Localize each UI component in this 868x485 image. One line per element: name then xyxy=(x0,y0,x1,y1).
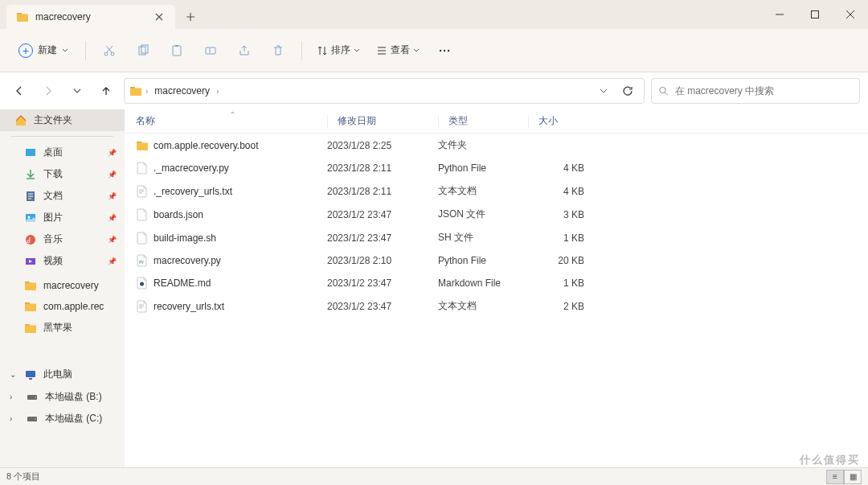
details-view-button[interactable]: ≡ xyxy=(826,470,844,484)
more-button[interactable] xyxy=(429,38,460,64)
separator xyxy=(301,41,302,60)
breadcrumb-segment[interactable]: macrecovery xyxy=(151,84,213,98)
sidebar-label: 视频 xyxy=(43,254,63,268)
titlebar: macrecovery xyxy=(0,0,868,29)
file-row[interactable]: boards.json2023/1/2 23:47JSON 文件3 KB xyxy=(125,203,868,226)
refresh-button[interactable] xyxy=(616,80,639,102)
sidebar-item[interactable]: com.apple.rec xyxy=(0,296,125,317)
sidebar-item[interactable]: macrecovery xyxy=(0,275,125,296)
file-row[interactable]: ._macrecovery.py2023/1/28 2:11Python Fil… xyxy=(125,157,868,179)
file-type: 文本文档 xyxy=(438,299,528,313)
sidebar-label: 主文件夹 xyxy=(34,113,72,127)
sort-icon xyxy=(317,45,328,56)
sidebar-label: 桌面 xyxy=(43,146,63,159)
sidebar-label: 本地磁盘 (B:) xyxy=(45,390,102,404)
file-type: SH 文件 xyxy=(438,231,528,245)
back-button[interactable] xyxy=(8,80,31,102)
sidebar-drive[interactable]: ›本地磁盘 (C:) xyxy=(0,408,125,430)
desktop-icon xyxy=(24,146,37,159)
sort-button[interactable]: 排序 xyxy=(310,40,366,60)
watermark: 什么值得买 xyxy=(800,453,860,467)
sidebar-item[interactable]: 黑苹果 xyxy=(0,317,125,339)
sidebar-item[interactable]: 桌面📌 xyxy=(0,142,125,163)
md-icon xyxy=(136,277,149,290)
file-row[interactable]: README.md2023/1/2 23:47Markdown File1 KB xyxy=(125,272,868,294)
chevron-right-icon: › xyxy=(145,87,148,96)
paste-button[interactable] xyxy=(162,38,192,64)
folder-icon xyxy=(24,279,37,292)
share-button[interactable] xyxy=(229,38,260,64)
file-row[interactable]: build-image.sh2023/1/2 23:47SH 文件1 KB xyxy=(125,226,868,249)
sidebar-item[interactable]: 视频📌 xyxy=(0,250,125,272)
file-name: boards.json xyxy=(154,209,203,220)
file-icon xyxy=(136,232,149,245)
forward-button[interactable] xyxy=(37,80,59,102)
recent-button[interactable] xyxy=(66,80,88,102)
up-button[interactable] xyxy=(95,80,117,102)
file-size: 20 KB xyxy=(528,255,584,266)
chevron-down-icon xyxy=(354,47,360,54)
pin-icon: 📌 xyxy=(108,214,117,222)
sort-indicator-icon: ⌃ xyxy=(230,111,235,118)
file-icon xyxy=(136,162,149,175)
chevron-right-icon: › xyxy=(216,87,219,96)
search-input[interactable] xyxy=(675,85,853,97)
file-type: 文本文档 xyxy=(438,184,528,198)
file-size: 2 KB xyxy=(528,301,584,312)
tab-title: macrecovery xyxy=(35,11,146,23)
delete-button[interactable] xyxy=(263,38,293,64)
new-label: 新建 xyxy=(38,43,57,57)
view-button[interactable]: 查看 xyxy=(370,40,426,60)
file-row[interactable]: ._recovery_urls.txt2023/1/28 2:11文本文档4 K… xyxy=(125,179,868,203)
toolbar: + 新建 排序 查看 xyxy=(0,29,868,72)
sidebar-item[interactable]: 图片📌 xyxy=(0,207,125,228)
file-size: 1 KB xyxy=(528,232,584,244)
sidebar-label: 本地磁盘 (C:) xyxy=(45,412,102,425)
svg-rect-16 xyxy=(26,149,35,156)
close-window-button[interactable] xyxy=(833,0,868,29)
grid-view-button[interactable]: ▦ xyxy=(844,470,862,484)
svg-point-23 xyxy=(140,282,144,286)
address-bar[interactable]: › macrecovery › xyxy=(124,78,645,104)
sidebar-drive[interactable]: ›本地磁盘 (B:) xyxy=(0,386,125,408)
disk-icon xyxy=(26,391,39,404)
copy-button[interactable] xyxy=(128,38,158,64)
sidebar-home[interactable]: 主文件夹 xyxy=(0,109,125,131)
svg-point-5 xyxy=(104,52,108,55)
search-box[interactable] xyxy=(651,78,860,104)
file-list: com.apple.recovery.boot2023/1/28 2:25文件夹… xyxy=(125,134,868,318)
file-name: recovery_urls.txt xyxy=(154,301,224,312)
file-name: com.apple.recovery.boot xyxy=(154,140,259,151)
file-pane: 名称⌃ 修改日期 类型 大小 com.apple.recovery.boot20… xyxy=(125,109,868,467)
sidebar-item[interactable]: 音乐📌 xyxy=(0,228,125,250)
separator xyxy=(85,41,86,60)
address-dropdown-button[interactable] xyxy=(592,80,615,102)
file-row[interactable]: pymacrecovery.py2023/1/28 2:10Python Fil… xyxy=(125,249,868,272)
maximize-button[interactable] xyxy=(797,0,833,29)
column-date[interactable]: 修改日期 xyxy=(327,114,438,128)
column-size[interactable]: 大小 xyxy=(528,114,584,128)
file-date: 2023/1/28 2:25 xyxy=(327,140,438,151)
file-row[interactable]: recovery_urls.txt2023/1/2 23:47文本文档2 KB xyxy=(125,294,868,318)
pin-icon: 📌 xyxy=(108,171,117,179)
sidebar-thispc[interactable]: ⌄ 此电脑 xyxy=(0,363,125,386)
rename-button[interactable] xyxy=(195,38,226,64)
download-icon xyxy=(24,168,37,181)
file-row[interactable]: com.apple.recovery.boot2023/1/28 2:25文件夹 xyxy=(125,134,868,157)
file-date: 2023/1/28 2:11 xyxy=(327,186,438,197)
sidebar-item[interactable]: 下载📌 xyxy=(0,163,125,185)
cut-button[interactable] xyxy=(94,38,125,64)
new-button[interactable]: + 新建 xyxy=(10,39,77,62)
svg-point-20 xyxy=(26,235,35,245)
svg-rect-9 xyxy=(173,46,181,55)
file-size: 1 KB xyxy=(528,277,584,289)
column-name[interactable]: 名称⌃ xyxy=(136,114,327,128)
close-tab-button[interactable] xyxy=(153,10,166,23)
column-type[interactable]: 类型 xyxy=(438,114,528,128)
view-icon xyxy=(376,45,387,56)
sidebar-item[interactable]: 文档📌 xyxy=(0,185,125,207)
minimize-button[interactable] xyxy=(762,0,797,29)
browser-tab[interactable]: macrecovery xyxy=(6,5,175,29)
folder-icon xyxy=(136,139,149,152)
new-tab-button[interactable] xyxy=(178,5,203,29)
